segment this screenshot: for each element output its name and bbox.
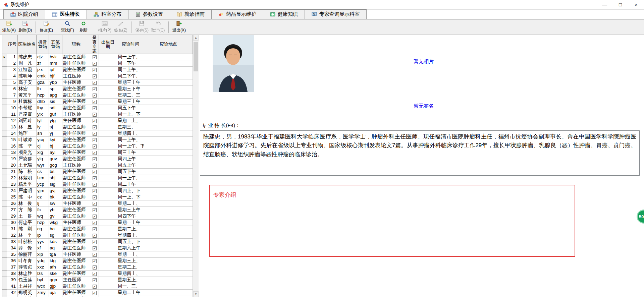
doctor-row[interactable]: 25陈 中czbk副主任医师✓周一上、下 [2, 194, 193, 200]
expert-checkbox[interactable]: ✓ [93, 285, 97, 289]
doctor-row[interactable]: 20王允瑞wyrgcg主任医师✓周五上午 [2, 162, 193, 168]
expert-checkbox[interactable]: ✓ [93, 164, 97, 168]
doctor-row[interactable]: 19严凌群ylqguv副主任医师✓周四上午 [2, 156, 193, 162]
doctor-row[interactable]: 42郑明英zmyuja副主任医师✓星期二上午 [2, 289, 193, 296]
doctor-row[interactable]: 43黄政芳hzfaga副主任医师✓周二、四全 [2, 296, 193, 297]
expert-checkbox[interactable]: ✓ [93, 62, 97, 66]
expert-checkbox[interactable]: ✓ [93, 157, 97, 161]
expert-checkbox[interactable]: ✓ [93, 195, 97, 199]
expert-checkbox[interactable]: ✓ [93, 170, 97, 174]
doctor-row[interactable]: 23杨常平ycpsig副主任医师✓周二上午 [2, 181, 193, 187]
expert-checkbox[interactable]: ✓ [93, 234, 97, 238]
doctor-row[interactable]: ►1陈建忠cjzbvk副主任医师✓周一上午、 [2, 54, 193, 60]
doctor-row[interactable]: 5高子安gzaybp主任医师✓星期三上午 [2, 79, 193, 85]
expert-checkbox[interactable]: ✓ [93, 265, 97, 270]
doctor-row[interactable]: 39包玉莲bylqga主任医师✓星期五上、 [2, 277, 193, 283]
tab-dept-distribution[interactable]: 科室分布 [87, 9, 128, 19]
doctor-row[interactable]: 31陈 刚cgba副主任医师✓星期二上、 [2, 226, 193, 232]
expert-checkbox[interactable]: ✓ [93, 132, 97, 136]
specialty-textarea[interactable]: 陈建忠，男，1983年毕业于福建医科大学临床医疗系，医学学士，肿瘤外科主任医师。… [200, 130, 640, 176]
doctor-row[interactable]: 11严凌霄ylxguf主任医师✓周一上、下 [2, 111, 193, 117]
expert-checkbox[interactable]: ✓ [93, 100, 97, 104]
expert-checkbox[interactable]: ✓ [93, 208, 97, 212]
doctor-row[interactable]: 34薛 锋xfaq副主任医师✓星期六上午 [2, 245, 193, 251]
doctor-row[interactable]: 33叶郁松yyskds副主任医师✓周五上、下 [2, 238, 193, 245]
expert-checkbox[interactable]: ✓ [93, 291, 97, 295]
refresh-button[interactable]: 刷新 [76, 20, 91, 34]
doctor-row[interactable]: 32林 平lpsg副主任医师✓星期四上、 [2, 232, 193, 238]
doctor-row[interactable]: 7黄宗平hzpapg副主任医师✓星期二、三 [2, 92, 193, 98]
expert-checkbox[interactable]: ✓ [93, 202, 97, 206]
floating-side-badge[interactable]: 50 [637, 210, 644, 224]
doctor-row[interactable]: 2周 凡zfmm副主任医师✓周一下午 [2, 60, 193, 66]
expert-checkbox[interactable]: ✓ [93, 113, 97, 117]
exit-button[interactable]: 退出(X) [171, 20, 187, 34]
expert-checkbox[interactable]: ✓ [93, 259, 97, 263]
expert-checkbox[interactable]: ✓ [93, 176, 97, 180]
doctor-row[interactable]: 36叶冬青ydqktg副主任医师✓星期三上、 [2, 257, 193, 264]
expert-checkbox[interactable]: ✓ [93, 221, 97, 225]
doctor-row[interactable]: 24严建明yjmgvj副主任医师✓周四上、下 [2, 187, 193, 194]
no-signature-link[interactable]: 暂无签名 [414, 103, 434, 109]
doctor-row[interactable]: 9杜辉标dhbsis副主任医师✓星期三上午 [2, 98, 193, 105]
find-button[interactable]: 查找(F) [60, 20, 75, 34]
expert-checkbox[interactable]: ✓ [93, 119, 97, 123]
tab-health-knowledge[interactable]: 健康知识 [263, 9, 305, 19]
tab-param-settings[interactable]: 参数设置 [128, 9, 170, 19]
doctor-row[interactable]: 18项良光xlgayi副主任医师✓周三上午 [2, 149, 193, 156]
doctor-row[interactable]: 15叶诚涛ycqkyi副主任医师✓周一上午、 [2, 136, 193, 143]
doctor-row[interactable]: 22林紫明lzmshj副主任医师✓周一上午、 [2, 175, 193, 181]
doctor-row[interactable]: 41王昌祥wcxgjp副主任医师✓周一、三、 [2, 283, 193, 289]
expert-checkbox[interactable]: ✓ [93, 151, 97, 155]
close-button[interactable]: × [628, 0, 644, 9]
tab-visit-guide[interactable]: 就诊指南 [170, 9, 212, 19]
scroll-down-arrow-icon[interactable] [193, 291, 199, 297]
doctor-row[interactable]: 38林忠胜lzsske副主任医师✓星期四上、 [2, 270, 193, 277]
expert-checkbox[interactable]: ✓ [93, 240, 97, 244]
doctor-row[interactable]: 10李帮耀lbysdi副主任医师✓周五下午 [2, 105, 193, 111]
expert-checkbox[interactable]: ✓ [93, 81, 97, 85]
expert-checkbox[interactable]: ✓ [93, 94, 97, 98]
table-scrollbar[interactable] [193, 35, 199, 297]
no-photo-link[interactable]: 暂无相片 [414, 58, 434, 65]
expert-checkbox[interactable]: ✓ [93, 183, 97, 187]
doctor-row[interactable]: 37薛雪贞xxzafh副主任医师✓星期二上、 [2, 264, 193, 270]
doctor-row[interactable]: 27方 陈fcyb副主任医师✓星期三上午 [2, 206, 193, 213]
expert-checkbox[interactable]: ✓ [93, 189, 97, 193]
scrollbar-thumb[interactable] [194, 42, 198, 71]
doctor-row[interactable]: 4陈明坤cmkbjf主任医师✓周二下午、 [2, 73, 193, 79]
tab-hospital-intro[interactable]: 医院介绍 [3, 9, 45, 19]
expert-intro-box[interactable]: 专家介绍 [209, 185, 575, 257]
add-button[interactable]: 添加(A) [1, 20, 17, 34]
doctor-row[interactable]: 3江祖霞jzxipf副主任医师✓周二上午、 [2, 66, 193, 73]
expert-checkbox[interactable]: ✓ [93, 272, 97, 276]
doctor-row[interactable]: 21陈 松csbs副主任医师✓周五下午 [2, 168, 193, 175]
expert-checkbox[interactable]: ✓ [93, 138, 97, 142]
doctor-row[interactable]: 13林 昱lysj副主任医师✓星期三、 [2, 124, 193, 130]
edit-button[interactable]: 修改(E) [39, 20, 54, 34]
tab-drug-display[interactable]: 药品显示维护 [212, 9, 263, 19]
tab-expert-query-dept[interactable]: 专家查询显示科室 [305, 9, 367, 19]
expert-checkbox[interactable]: ✓ [93, 253, 97, 257]
doctor-row[interactable]: 30何忠平hzpwkg主任医师✓星期一上午 [2, 219, 193, 226]
doctor-row[interactable]: 14施珲shyj副主任医师✓星期四上、 [2, 130, 193, 136]
doctor-row[interactable]: 29王 群wqgv副主任医师✓周四下午 [2, 213, 193, 219]
doctor-row[interactable]: 35徐丽萍xlptga主任医师✓星期一上、 [2, 251, 193, 257]
expert-checkbox[interactable]: ✓ [93, 227, 97, 231]
expert-checkbox[interactable]: ✓ [93, 246, 97, 250]
expert-checkbox[interactable]: ✓ [93, 74, 97, 78]
doctor-row[interactable]: 16陈 坚cjbj副主任医师✓周一上午、下午 [2, 143, 193, 149]
doctor-row[interactable]: 12刘延玲lylytg主任医师✓星期二上、 [2, 117, 193, 124]
doctor-row[interactable]: 6林宏lhsp副主任医师✓星期三下午 [2, 85, 193, 92]
expert-checkbox[interactable]: ✓ [93, 144, 97, 148]
expert-checkbox[interactable]: ✓ [93, 106, 97, 110]
minimize-button[interactable]: — [597, 0, 612, 9]
expert-checkbox[interactable]: ✓ [93, 215, 97, 219]
expert-checkbox[interactable]: ✓ [93, 55, 97, 59]
expert-checkbox[interactable]: ✓ [93, 125, 97, 129]
expert-checkbox[interactable]: ✓ [93, 68, 97, 72]
expert-checkbox[interactable]: ✓ [93, 278, 97, 282]
delete-button[interactable]: 删除(D) [17, 20, 33, 34]
expert-checkbox[interactable]: ✓ [93, 87, 97, 91]
doctor-row[interactable]: 26林 俊ljsw主任医师✓星期二上、 [2, 200, 193, 206]
